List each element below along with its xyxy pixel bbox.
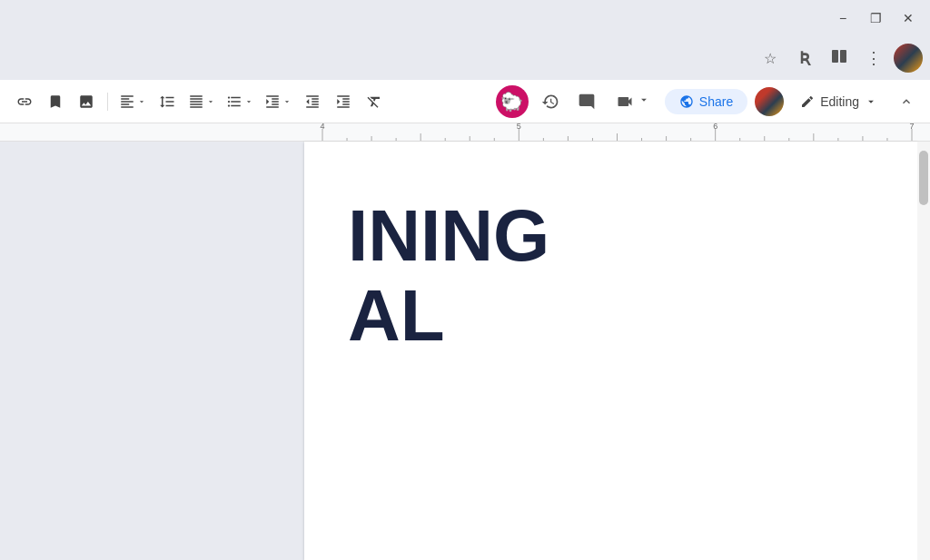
- scrollbar-thumb[interactable]: [919, 151, 928, 205]
- browser-menu-icon: ⋮: [866, 48, 882, 68]
- comment-button[interactable]: [572, 87, 601, 116]
- toolbar-left: [11, 88, 496, 115]
- doc-content: INING AL: [304, 142, 917, 399]
- format-button[interactable]: [184, 92, 219, 112]
- increase-indent-button[interactable]: [330, 88, 357, 115]
- restore-button[interactable]: ❐: [861, 4, 890, 33]
- accounts-button[interactable]: Ʀ: [790, 44, 819, 73]
- clear-formatting-button[interactable]: [361, 88, 388, 115]
- svg-rect-1: [840, 50, 846, 63]
- ruler: [0, 123, 930, 142]
- bookmark-nav-button[interactable]: ☆: [756, 44, 785, 73]
- ruler-canvas: [304, 123, 930, 142]
- sheep-icon: 🐑: [500, 91, 523, 113]
- insert-bookmark-button[interactable]: [42, 88, 69, 115]
- browser-menu-button[interactable]: ⋮: [859, 44, 888, 73]
- scrollbar-track[interactable]: [917, 142, 930, 560]
- close-button[interactable]: ✕: [894, 4, 923, 33]
- browser-profile-avatar[interactable]: [894, 44, 923, 73]
- separator-1: [107, 93, 108, 111]
- accounts-icon: Ʀ: [799, 48, 811, 68]
- toolbar-right: 🐑 Anonymous Sheep Share: [496, 85, 919, 118]
- split-view-button[interactable]: [825, 44, 854, 73]
- doc-heading-line2: AL: [348, 276, 874, 356]
- share-button[interactable]: Share: [665, 89, 747, 114]
- document-area: INING AL: [0, 142, 930, 560]
- indent-button[interactable]: [261, 92, 295, 112]
- split-view-icon: [831, 48, 847, 68]
- insert-link-button[interactable]: [11, 88, 38, 115]
- bookmark-nav-icon: ☆: [764, 50, 777, 67]
- nav-bar: ☆ Ʀ ⋮: [0, 36, 930, 80]
- collaborator-area: 🐑 Anonymous Sheep: [496, 85, 529, 118]
- doc-heading-line1: INING: [348, 196, 874, 276]
- line-spacing-button[interactable]: [153, 88, 181, 115]
- doc-right-margin: [917, 142, 930, 560]
- anonymous-sheep-avatar[interactable]: 🐑: [496, 85, 529, 118]
- insert-image-button[interactable]: [73, 88, 100, 115]
- minimize-button[interactable]: −: [828, 4, 857, 33]
- list-button[interactable]: [223, 92, 257, 112]
- align-button[interactable]: [115, 92, 150, 112]
- editing-mode-button[interactable]: Editing: [791, 91, 886, 113]
- history-button[interactable]: [536, 87, 565, 116]
- doc-left-margin: [0, 142, 304, 560]
- title-bar: − ❐ ✕: [0, 0, 930, 36]
- user-avatar-toolbar[interactable]: [755, 87, 784, 116]
- doc-page[interactable]: INING AL: [304, 142, 917, 560]
- decrease-indent-button[interactable]: [299, 88, 326, 115]
- svg-rect-0: [832, 50, 838, 63]
- app-toolbar: 🐑 Anonymous Sheep Share: [0, 80, 930, 123]
- meet-button[interactable]: [608, 89, 658, 114]
- meet-arrow: [638, 93, 650, 109]
- expand-toolbar-button[interactable]: [894, 89, 919, 114]
